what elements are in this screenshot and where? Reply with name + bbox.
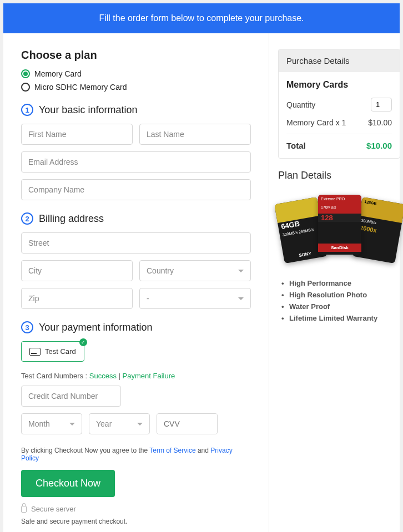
credit-card-field[interactable] [21,386,121,407]
year-placeholder: Year [96,419,112,428]
plan-heading: Choose a plan [21,49,251,62]
chevron-down-icon [238,297,244,300]
agreement-text: By clicking Checkout Now you agree to th… [21,447,251,462]
test-card-line: Test Card Numbers : Success | Payment Fa… [21,372,251,380]
line-item-label: Memory Card x 1 [286,118,346,127]
step-3-header: 3 Your payment information [21,321,251,333]
month-select[interactable]: Month [21,413,82,434]
country-placeholder: Country [147,266,174,275]
purchase-title: Memory Cards [286,80,392,90]
step-number-icon: 2 [21,212,33,225]
step-number-icon: 1 [21,104,33,116]
sd-card-image: 64GB 300MB/s 299MB/s SONY Extreme PRO170… [278,191,400,269]
company-field[interactable] [21,179,251,200]
card-icon [29,348,41,356]
feature-item: High Performance [289,279,400,287]
radio-unselected-icon [21,83,30,92]
feature-item: Lifetime Limited Warranty [289,314,400,322]
step-title: Billing address [39,213,104,225]
step-number-icon: 3 [21,321,33,333]
street-field[interactable] [21,232,251,254]
test-success-link[interactable]: Success [89,372,117,380]
line-item-price: $10.00 [368,118,392,127]
test-card-option[interactable]: ✓ Test Card [21,341,84,362]
secure-server-row: Secure server [21,505,251,513]
lock-icon [21,506,27,513]
email-field[interactable] [21,151,251,173]
tos-link[interactable]: Term of Service [149,447,195,454]
step-2-header: 2 Billing address [21,212,251,225]
plan-option-micro-sdhc[interactable]: Micro SDHC Memory Card [21,83,251,92]
feature-item: Water Proof [289,302,400,311]
purchase-details-header: Purchase Details [279,49,400,72]
secure-server-text: Secure server [31,505,76,513]
secure-checkout-text: Safe and secure payment checkout. [21,518,251,525]
first-name-field[interactable] [21,124,133,145]
quantity-input[interactable] [371,98,392,112]
plan-option-label: Memory Card [34,69,82,78]
chevron-down-icon [238,270,244,272]
total-label: Total [286,141,306,150]
feature-item: High Resolution Photo [289,291,400,299]
last-name-field[interactable] [139,124,251,145]
plan-option-label: Micro SDHC Memory Card [34,83,127,92]
purchase-details-box: Purchase Details Memory Cards Quantity M… [278,49,400,159]
test-card-label: Test Card [45,347,76,356]
state-placeholder: - [147,294,149,303]
quantity-label: Quantity [286,100,315,109]
sd-card-sandisk: Extreme PRO170MB/s 128 SanDisk [318,195,361,255]
chevron-down-icon [137,423,143,425]
plan-option-memory-card[interactable]: Memory Card [21,69,251,78]
step-title: Your payment information [39,322,152,333]
chevron-down-icon [69,423,75,425]
radio-selected-icon [21,69,30,78]
state-select[interactable]: - [139,288,251,309]
cvv-field[interactable] [157,414,218,434]
banner: Fill the order form below to complete yo… [3,3,400,33]
total-value: $10.00 [366,141,392,150]
zip-field[interactable] [21,288,133,309]
month-placeholder: Month [28,419,50,428]
feature-list: High Performance High Resolution Photo W… [278,279,400,322]
step-title: Your basic information [39,104,137,116]
step-1-header: 1 Your basic information [21,104,251,116]
checkout-button[interactable]: Checkout Now [21,470,115,497]
year-select[interactable]: Year [89,413,150,434]
city-field[interactable] [21,260,133,281]
test-failure-link[interactable]: Payment Failure [123,372,175,380]
check-icon: ✓ [79,338,87,346]
plan-details-header: Plan Details [278,170,400,181]
country-select[interactable]: Country [139,260,251,281]
